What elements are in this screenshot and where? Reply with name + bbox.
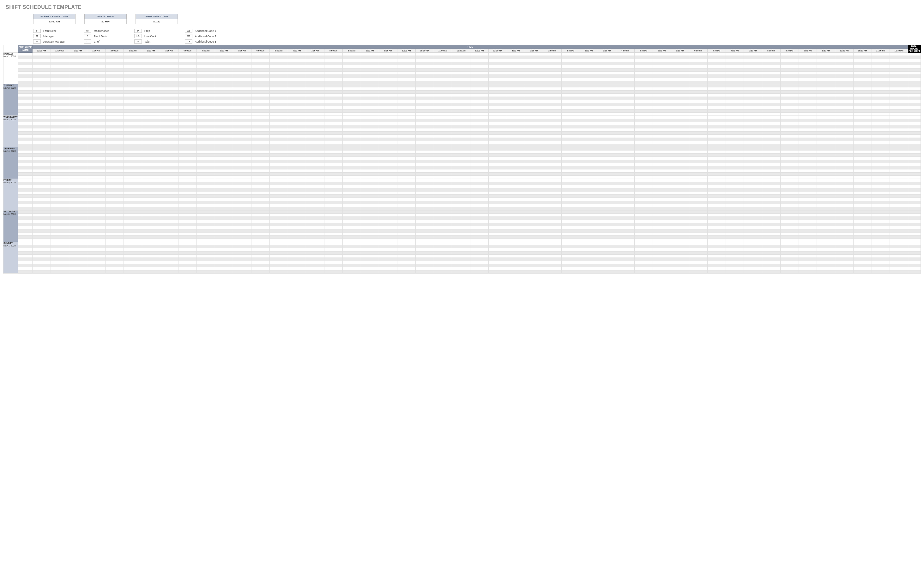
schedule-cell[interactable] [799, 267, 817, 271]
schedule-cell[interactable] [598, 248, 616, 251]
schedule-cell[interactable] [598, 94, 616, 97]
schedule-cell[interactable] [507, 78, 525, 81]
schedule-cell[interactable] [87, 103, 105, 106]
schedule-cell[interactable] [488, 116, 507, 119]
schedule-cell[interactable] [780, 166, 799, 169]
schedule-cell[interactable] [616, 125, 634, 129]
schedule-cell[interactable] [233, 236, 252, 239]
schedule-cell[interactable] [890, 59, 908, 62]
schedule-cell[interactable] [196, 119, 215, 122]
schedule-cell[interactable] [288, 125, 306, 129]
schedule-cell[interactable] [306, 157, 324, 160]
schedule-cell[interactable] [361, 214, 379, 217]
schedule-cell[interactable] [196, 81, 215, 84]
schedule-cell[interactable] [196, 75, 215, 78]
schedule-cell[interactable] [561, 147, 580, 151]
schedule-cell[interactable] [324, 169, 343, 173]
schedule-cell[interactable] [69, 125, 87, 129]
schedule-cell[interactable] [142, 185, 160, 188]
schedule-cell[interactable] [123, 233, 142, 236]
schedule-cell[interactable] [671, 220, 689, 223]
schedule-cell[interactable] [470, 65, 489, 69]
schedule-cell[interactable] [616, 109, 634, 113]
employee-cell[interactable] [18, 248, 33, 251]
schedule-cell[interactable] [306, 166, 324, 169]
employee-cell[interactable] [18, 251, 33, 255]
schedule-cell[interactable] [69, 169, 87, 173]
schedule-cell[interactable] [252, 144, 270, 147]
schedule-cell[interactable] [488, 176, 507, 179]
schedule-cell[interactable] [123, 239, 142, 242]
schedule-cell[interactable] [160, 229, 178, 233]
schedule-cell[interactable] [69, 59, 87, 62]
schedule-cell[interactable] [434, 160, 452, 163]
schedule-cell[interactable] [196, 157, 215, 160]
schedule-cell[interactable] [543, 81, 562, 84]
schedule-cell[interactable] [33, 87, 51, 91]
schedule-cell[interactable] [707, 242, 726, 245]
schedule-cell[interactable] [762, 53, 781, 56]
schedule-cell[interactable] [142, 81, 160, 84]
schedule-cell[interactable] [835, 97, 854, 100]
schedule-cell[interactable] [105, 207, 124, 211]
schedule-cell[interactable] [507, 56, 525, 59]
schedule-cell[interactable] [324, 267, 343, 271]
employee-cell[interactable] [18, 157, 33, 160]
schedule-cell[interactable] [288, 109, 306, 113]
schedule-cell[interactable] [270, 141, 288, 144]
schedule-cell[interactable] [361, 97, 379, 100]
schedule-cell[interactable] [434, 91, 452, 94]
schedule-cell[interactable] [178, 226, 197, 229]
schedule-cell[interactable] [762, 236, 781, 239]
schedule-cell[interactable] [799, 100, 817, 103]
schedule-cell[interactable] [652, 258, 671, 261]
schedule-cell[interactable] [33, 211, 51, 214]
schedule-cell[interactable] [87, 113, 105, 116]
schedule-cell[interactable] [762, 160, 781, 163]
employee-cell[interactable] [18, 258, 33, 261]
schedule-cell[interactable] [288, 72, 306, 75]
schedule-cell[interactable] [525, 157, 543, 160]
schedule-cell[interactable] [215, 138, 233, 141]
schedule-cell[interactable] [525, 201, 543, 204]
schedule-cell[interactable] [616, 103, 634, 106]
schedule-cell[interactable] [51, 132, 69, 135]
schedule-cell[interactable] [398, 91, 416, 94]
schedule-cell[interactable] [398, 207, 416, 211]
schedule-cell[interactable] [853, 56, 872, 59]
schedule-cell[interactable] [342, 87, 361, 91]
schedule-cell[interactable] [744, 195, 762, 198]
schedule-cell[interactable] [379, 129, 398, 132]
schedule-cell[interactable] [252, 220, 270, 223]
schedule-cell[interactable] [452, 160, 470, 163]
schedule-cell[interactable] [561, 229, 580, 233]
schedule-cell[interactable] [33, 100, 51, 103]
schedule-cell[interactable] [215, 157, 233, 160]
schedule-cell[interactable] [342, 59, 361, 62]
schedule-cell[interactable] [215, 191, 233, 195]
schedule-cell[interactable] [525, 188, 543, 191]
schedule-cell[interactable] [196, 97, 215, 100]
schedule-cell[interactable] [434, 255, 452, 258]
schedule-cell[interactable] [160, 185, 178, 188]
schedule-cell[interactable] [872, 132, 890, 135]
schedule-cell[interactable] [707, 91, 726, 94]
schedule-cell[interactable] [634, 65, 652, 69]
schedule-cell[interactable] [835, 182, 854, 185]
schedule-cell[interactable] [324, 135, 343, 138]
schedule-cell[interactable] [379, 267, 398, 271]
schedule-cell[interactable] [270, 220, 288, 223]
schedule-cell[interactable] [671, 129, 689, 132]
schedule-cell[interactable] [434, 103, 452, 106]
schedule-cell[interactable] [87, 233, 105, 236]
schedule-cell[interactable] [123, 255, 142, 258]
schedule-cell[interactable] [652, 59, 671, 62]
schedule-cell[interactable] [853, 103, 872, 106]
schedule-cell[interactable] [525, 144, 543, 147]
schedule-cell[interactable] [434, 223, 452, 226]
schedule-cell[interactable] [233, 163, 252, 166]
schedule-cell[interactable] [178, 84, 197, 87]
schedule-cell[interactable] [69, 195, 87, 198]
schedule-cell[interactable] [726, 176, 744, 179]
schedule-cell[interactable] [689, 94, 708, 97]
